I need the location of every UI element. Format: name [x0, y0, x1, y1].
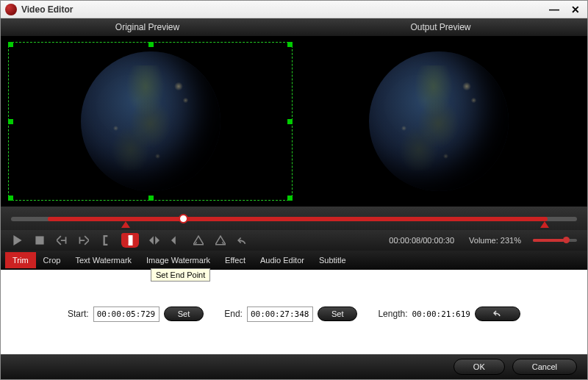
- volume-label: Volume: 231%: [469, 236, 521, 245]
- window-title: Video Editor: [21, 4, 546, 15]
- close-button[interactable]: ✕: [568, 4, 583, 15]
- preview-area: [1, 36, 587, 207]
- app-icon: [5, 4, 17, 15]
- set-end-point-button[interactable]: [121, 233, 139, 248]
- crop-handle[interactable]: [8, 196, 13, 201]
- reset-button[interactable]: [475, 306, 520, 321]
- set-start-point-button[interactable]: [99, 234, 112, 247]
- prev-frame-button[interactable]: [55, 234, 68, 247]
- crop-handle[interactable]: [287, 196, 293, 201]
- titlebar: Video Editor — ✕: [1, 1, 587, 18]
- tab-effect[interactable]: Effect: [218, 252, 253, 268]
- timeline[interactable]: [1, 207, 587, 230]
- timeline-track[interactable]: [11, 217, 577, 221]
- tab-image-watermark[interactable]: Image Watermark: [139, 252, 218, 268]
- transport-bar: 00:00:08/00:00:30 Volume: 231%: [1, 230, 587, 251]
- minimize-button[interactable]: —: [546, 4, 562, 15]
- tab-trim[interactable]: Trim: [5, 252, 36, 268]
- length-label: Length:: [378, 309, 407, 319]
- flip-horizontal-button[interactable]: [148, 234, 161, 247]
- crop-handle[interactable]: [148, 196, 154, 201]
- svg-rect-0: [35, 236, 43, 244]
- start-input[interactable]: [93, 306, 159, 322]
- play-button[interactable]: [11, 234, 24, 247]
- crop-handle[interactable]: [8, 119, 13, 124]
- end-label: End:: [224, 309, 243, 319]
- length-value: 00:00:21:619: [412, 309, 470, 319]
- tab-crop[interactable]: Crop: [36, 252, 68, 268]
- preview-header: Original Preview Output Preview: [1, 18, 587, 36]
- crop-handle[interactable]: [287, 119, 293, 124]
- volume-slider[interactable]: [533, 239, 577, 242]
- trim-panel: Start: Set End: Set Length: 00:00:21:619: [1, 270, 587, 358]
- ok-button[interactable]: OK: [453, 359, 505, 375]
- tooltip-set-end-point: Set End Point: [151, 268, 210, 282]
- cancel-button[interactable]: Cancel: [512, 359, 577, 375]
- set-end-button[interactable]: Set: [318, 306, 358, 321]
- tab-subtitle[interactable]: Subtitle: [312, 252, 354, 268]
- output-preview-pane: [297, 42, 580, 201]
- end-input[interactable]: [247, 306, 313, 322]
- start-label: Start:: [68, 309, 89, 319]
- tab-audio-editor[interactable]: Audio Editor: [253, 252, 312, 268]
- playhead[interactable]: [179, 214, 188, 223]
- next-frame-button[interactable]: [77, 234, 90, 247]
- tabs: Trim Crop Text Watermark Image Watermark…: [1, 251, 587, 270]
- time-display: 00:00:08/00:00:30: [389, 236, 454, 245]
- original-preview-pane[interactable]: [8, 42, 293, 201]
- footer: OK Cancel: [1, 354, 587, 379]
- crop-handle[interactable]: [148, 42, 154, 47]
- trim-start-marker[interactable]: [121, 221, 130, 228]
- tab-text-watermark[interactable]: Text Watermark: [68, 252, 139, 268]
- video-frame: [81, 51, 220, 191]
- rotate-cw-button[interactable]: [214, 234, 227, 247]
- crop-handle[interactable]: [287, 42, 293, 47]
- output-preview-label: Output Preview: [294, 18, 587, 36]
- video-editor-window: Video Editor — ✕ Original Preview Output…: [0, 0, 588, 380]
- svg-rect-2: [79, 237, 81, 243]
- set-start-button[interactable]: Set: [164, 306, 204, 321]
- flip-vertical-button[interactable]: [170, 234, 183, 247]
- crop-handle[interactable]: [8, 42, 13, 47]
- svg-rect-1: [65, 237, 67, 243]
- video-frame: [369, 51, 509, 191]
- original-preview-label: Original Preview: [1, 18, 294, 36]
- trim-end-marker[interactable]: [540, 221, 549, 228]
- undo-button[interactable]: [236, 234, 249, 247]
- stop-button[interactable]: [33, 234, 46, 247]
- rotate-ccw-button[interactable]: [192, 234, 205, 247]
